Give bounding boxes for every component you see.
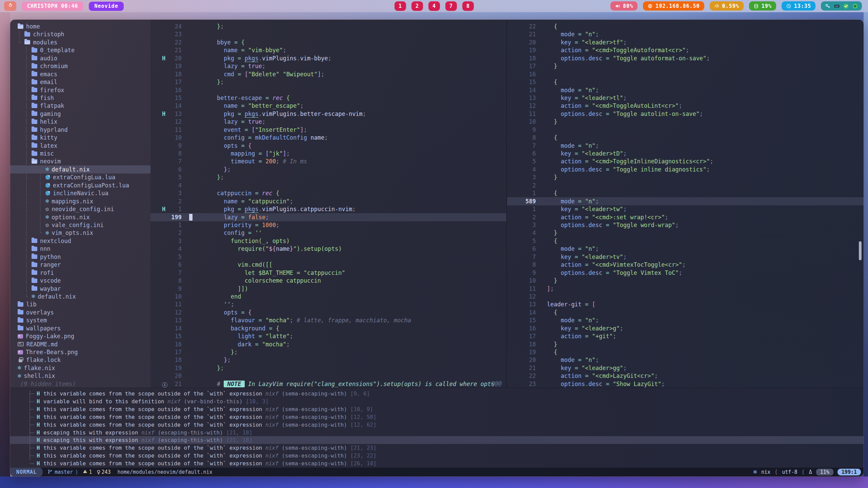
code-line[interactable]: 4 options.desc = "Toggle inline diagnost… [507, 165, 864, 174]
diagnostic-row[interactable]: Hthis variable comes from the scope outs… [10, 452, 864, 460]
code-line[interactable]: 16 [150, 86, 506, 94]
code-line[interactable]: 589 mode = "n"; [507, 197, 864, 205]
code-line[interactable]: 10 config = mkDefaultConfig name; [150, 134, 506, 142]
tree-item-audio[interactable]: │ audio [10, 54, 150, 62]
code-line[interactable]: 4 [150, 181, 506, 189]
code-line[interactable]: 9 [507, 126, 864, 134]
tree-item-emacs[interactable]: │ emacs [10, 70, 150, 78]
code-line[interactable]: 3 catppuccin = rec { [150, 189, 506, 197]
code-line[interactable]: 7 key = "<leader>tv"; [507, 253, 864, 261]
code-line[interactable]: 15 { [507, 78, 864, 86]
code-line[interactable]: 21 mode = "n"; [507, 30, 864, 38]
workspace-button-4[interactable]: 4 [428, 1, 440, 11]
tree-item-README.md[interactable]: README.md [10, 340, 150, 348]
file-tree[interactable]: home│ christoph└ modules │ 0_template │ … [10, 20, 150, 388]
code-line[interactable]: 12 [507, 292, 864, 301]
tree-item-ranger[interactable]: │ ranger [10, 261, 150, 269]
code-line[interactable]: H1 pkg = pkgs.vimPlugins.catppuccin-nvim… [150, 205, 506, 213]
code-line[interactable]: 20 key = "<leader>tf"; [507, 38, 864, 46]
tree-item-mappings.nix[interactable]: │ │ ❄mappings.nix [10, 197, 150, 205]
code-line[interactable]: 17 } [507, 62, 864, 70]
code-line[interactable]: 19 lazy = true; [150, 62, 506, 70]
diagnostic-row[interactable]: Hthis variable comes from the scope outs… [10, 460, 864, 467]
code-line[interactable]: 5 }; [150, 173, 506, 181]
code-line[interactable]: 1 priority = 1000; [150, 221, 506, 229]
tree-item-latex[interactable]: │ latex [10, 142, 150, 150]
code-line[interactable]: 20 [150, 372, 506, 380]
tree-item-overlays[interactable]: overlays [10, 308, 150, 317]
diagnostic-row[interactable]: Hvariable will bind to this definition n… [10, 398, 864, 405]
code-line[interactable]: 13 flavour = "mocha"; # latte, frappe, m… [150, 316, 506, 324]
code-line[interactable]: 5 [150, 253, 506, 261]
keyboard-icon[interactable] [834, 3, 840, 9]
code-line[interactable]: 20 mode = "n"; [507, 356, 864, 364]
tree-item-gaming[interactable]: │ gaming [10, 110, 150, 118]
code-line[interactable]: 17 }; [150, 78, 506, 86]
tree-item-extraConfigLuaPost.lua[interactable]: │ │ extraConfigLuaPost.lua [10, 181, 150, 189]
volume-pill[interactable]: 80% [610, 1, 638, 11]
code-line[interactable]: 11 ]; [507, 285, 864, 293]
code-line[interactable]: H20 pkg = pkgs.vimPlugins.vim-bbye; [150, 54, 506, 62]
workspace-button-2[interactable]: 2 [411, 1, 423, 11]
diagnostic-row[interactable]: Hescaping this with expression nixf (esc… [10, 436, 864, 444]
tree-item-shell.nix[interactable]: ❄shell.nix [10, 372, 150, 380]
tree-item-modules[interactable]: └ modules [10, 38, 150, 46]
tree-item-email[interactable]: │ email [10, 78, 150, 86]
code-line[interactable]: i21 # NOTE In LazyVim require("clang_ext… [150, 380, 506, 388]
code-line[interactable]: 11 ''; [150, 300, 506, 308]
workspace-button-7[interactable]: 7 [445, 1, 457, 11]
user-clock-pill[interactable]: CHRISTOPH 00:46 [22, 2, 83, 11]
spotify-icon[interactable] [852, 3, 858, 9]
code-line[interactable]: 22 bbye = { [150, 38, 506, 46]
key-icon[interactable] [825, 3, 831, 9]
tree-item-flake.lock[interactable]: flake.lock [10, 356, 150, 364]
tree-item-fish[interactable]: │ fish [10, 94, 150, 102]
code-line[interactable]: 16 dark = "mocha"; [150, 340, 506, 348]
tree-item-rofi[interactable]: │ rofi [10, 269, 150, 277]
code-line[interactable]: 21 name = "vim-bbye"; [150, 46, 506, 54]
tree-item-flake.nix[interactable]: ❄flake.nix [10, 364, 150, 372]
code-line[interactable]: 4 require("${name}").setup(opts) [150, 245, 506, 253]
code-line[interactable]: 15 mode = "n"; [507, 316, 864, 324]
code-line[interactable]: 22 action = "<cmd>LazyGit<cr>"; [507, 372, 864, 380]
tree-item-extraConfigLua.lua[interactable]: │ │ extraConfigLua.lua [10, 173, 150, 181]
code-line[interactable]: 3 } [507, 173, 864, 181]
code-line[interactable]: 10 } [507, 118, 864, 126]
tree-item-9hiddenitems[interactable]: (9 hidden items) [10, 380, 150, 388]
code-line[interactable]: 14 mode = "n"; [507, 86, 864, 94]
code-line[interactable]: 12 opts = { [150, 308, 506, 317]
code-line[interactable]: 12 lazy = true; [150, 118, 506, 126]
tree-item-default.nix[interactable]: └ ❄default.nix [10, 292, 150, 301]
code-line[interactable]: 22 { [507, 22, 864, 30]
code-line[interactable]: 6 }; [150, 165, 506, 174]
code-line[interactable]: 21 key = "<leader>gg"; [507, 364, 864, 372]
code-line[interactable]: 19 { [507, 348, 864, 356]
tree-item-neovide_config.ini[interactable]: │ │ ⚙neovide_config.ini [10, 205, 150, 213]
check-circle-icon[interactable] [843, 3, 849, 9]
editor-pane-right[interactable]: 22 {21 mode = "n";20 key = "<leader>tf";… [507, 20, 864, 388]
tree-item-helix[interactable]: │ helix [10, 118, 150, 126]
code-line[interactable]: 3 function(_, opts) [150, 237, 506, 245]
diagnostic-row[interactable]: Hthis variable comes from the scope outs… [10, 444, 864, 452]
tree-item-system[interactable]: system [10, 316, 150, 324]
tree-item-home[interactable]: home [10, 22, 150, 30]
code-line[interactable]: 12 action = "<cmd>ToggleAutoLint<cr>"; [507, 102, 864, 110]
code-line[interactable]: 5 { [507, 237, 864, 245]
code-line[interactable]: 9 opts = { [150, 142, 506, 150]
diagnostic-row[interactable]: Hthis variable comes from the scope outs… [10, 413, 864, 421]
code-line[interactable]: 9 ]]) [150, 285, 506, 293]
code-line[interactable]: 14 name = "better_escape"; [150, 102, 506, 110]
code-line[interactable]: 7 mode = "n"; [507, 142, 864, 150]
diagnostic-row[interactable]: Hescaping this with expression nixf (esc… [10, 429, 864, 436]
code-line[interactable]: 6 mode = "n"; [507, 245, 864, 253]
code-line[interactable]: 9 options.desc = "Toggle Vimtex ToC"; [507, 269, 864, 277]
cpu-pill[interactable]: 0.59% [710, 1, 744, 11]
code-line[interactable]: 7 timeout = 200; # In ms [150, 157, 506, 165]
code-line[interactable]: 16 [507, 70, 864, 78]
code-line[interactable]: 13 key = "<leader>tl"; [507, 94, 864, 102]
diagnostic-row[interactable]: Hthis variable comes from the scope outs… [10, 390, 864, 398]
tree-item-vscode[interactable]: │ vscode [10, 277, 150, 285]
tree-item-options.nix[interactable]: │ │ ❄options.nix [10, 213, 150, 221]
tree-item-misc[interactable]: │ misc [10, 149, 150, 158]
disk-pill[interactable]: 19% [749, 1, 776, 11]
